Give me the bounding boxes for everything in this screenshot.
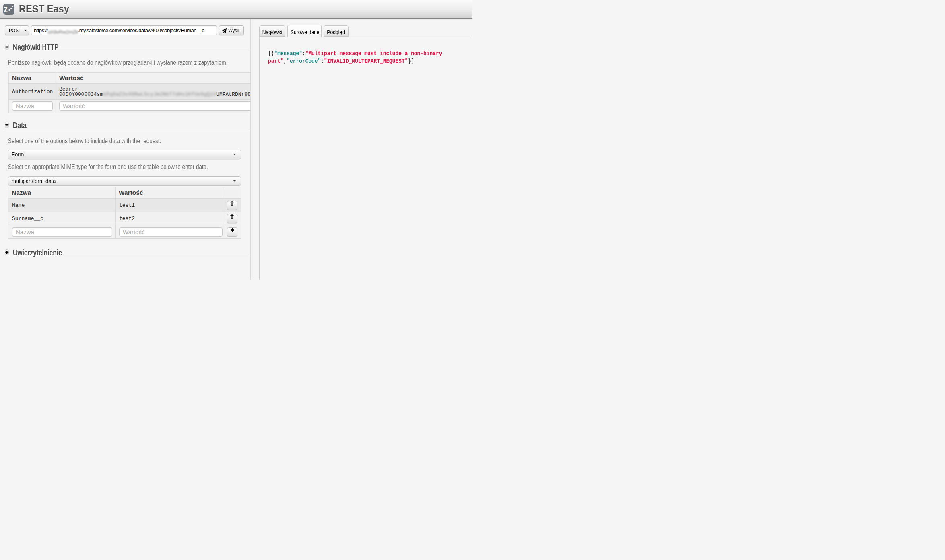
svg-text:z: z bbox=[4, 4, 8, 14]
